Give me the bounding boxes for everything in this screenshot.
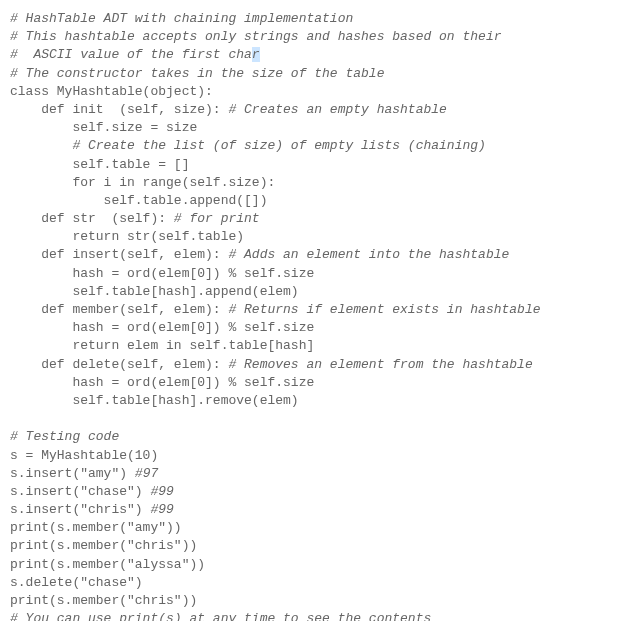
comment-text: #99 bbox=[150, 502, 173, 517]
code-line: def str (self): # for print bbox=[10, 210, 627, 228]
code-line: # You can use print(s) at any time to se… bbox=[10, 610, 627, 621]
comment-text: # Testing code bbox=[10, 429, 119, 444]
code-text: print(s.member("chris")) bbox=[10, 593, 197, 608]
code-line: # ASCII value of the first char bbox=[10, 46, 627, 64]
code-line: self.table = [] bbox=[10, 156, 627, 174]
code-text: s.insert("amy") bbox=[10, 466, 135, 481]
code-line: print(s.member("chris")) bbox=[10, 592, 627, 610]
comment-text: # Creates an empty hashtable bbox=[228, 102, 446, 117]
code-text: def insert(self, elem): bbox=[10, 247, 228, 262]
highlighted-char: r bbox=[252, 47, 260, 62]
comment-text: # Adds an element into the hashtable bbox=[228, 247, 509, 262]
code-line bbox=[10, 410, 627, 428]
code-line: print(s.member("alyssa")) bbox=[10, 556, 627, 574]
code-text: for i in range(self.size): bbox=[10, 175, 275, 190]
code-text: s.delete("chase") bbox=[10, 575, 143, 590]
code-text: def str (self): bbox=[10, 211, 174, 226]
code-line: for i in range(self.size): bbox=[10, 174, 627, 192]
code-text bbox=[10, 411, 18, 426]
code-line: self.table[hash].remove(elem) bbox=[10, 392, 627, 410]
code-line: def delete(self, elem): # Removes an ele… bbox=[10, 356, 627, 374]
code-line: s.insert("chris") #99 bbox=[10, 501, 627, 519]
code-line: self.table[hash].append(elem) bbox=[10, 283, 627, 301]
code-text: return str(self.table) bbox=[10, 229, 244, 244]
comment-text: # The constructor takes in the size of t… bbox=[10, 66, 384, 81]
code-line: s.insert("chase") #99 bbox=[10, 483, 627, 501]
code-text: print(s.member("alyssa")) bbox=[10, 557, 205, 572]
code-line: s.delete("chase") bbox=[10, 574, 627, 592]
code-line: class MyHashtable(object): bbox=[10, 83, 627, 101]
code-text: self.size = size bbox=[10, 120, 197, 135]
code-line: hash = ord(elem[0]) % self.size bbox=[10, 265, 627, 283]
code-text: s = MyHashtable(10) bbox=[10, 448, 158, 463]
code-text: def member(self, elem): bbox=[10, 302, 228, 317]
code-line: return str(self.table) bbox=[10, 228, 627, 246]
code-text: class MyHashtable(object): bbox=[10, 84, 213, 99]
code-text: def delete(self, elem): bbox=[10, 357, 228, 372]
code-text: hash = ord(elem[0]) % self.size bbox=[10, 375, 314, 390]
comment-text: # Removes an element from the hashtable bbox=[228, 357, 532, 372]
code-text: print(s.member("amy")) bbox=[10, 520, 182, 535]
comment-text: #99 bbox=[150, 484, 173, 499]
comment-text: # for print bbox=[174, 211, 260, 226]
code-text: self.table[hash].append(elem) bbox=[10, 284, 299, 299]
code-line: # Testing code bbox=[10, 428, 627, 446]
code-line: return elem in self.table[hash] bbox=[10, 337, 627, 355]
code-line: print(s.member("amy")) bbox=[10, 519, 627, 537]
code-text: self.table = [] bbox=[10, 157, 189, 172]
code-text: hash = ord(elem[0]) % self.size bbox=[10, 266, 314, 281]
code-line: # This hashtable accepts only strings an… bbox=[10, 28, 627, 46]
comment-text: # ASCII value of the first cha bbox=[10, 47, 252, 62]
comment-text: # You can use print(s) at any time to se… bbox=[10, 611, 431, 621]
comment-text: #97 bbox=[135, 466, 158, 481]
comment-text: # Returns if element exists in hashtable bbox=[228, 302, 540, 317]
code-line: def init (self, size): # Creates an empt… bbox=[10, 101, 627, 119]
code-block: # HashTable ADT with chaining implementa… bbox=[10, 10, 627, 621]
code-line: print(s.member("chris")) bbox=[10, 537, 627, 555]
code-text: print(s.member("chris")) bbox=[10, 538, 197, 553]
code-line: self.table.append([]) bbox=[10, 192, 627, 210]
comment-text: # This hashtable accepts only strings an… bbox=[10, 29, 501, 44]
code-line: # Create the list (of size) of empty lis… bbox=[10, 137, 627, 155]
code-text: self.table.append([]) bbox=[10, 193, 267, 208]
code-line: def member(self, elem): # Returns if ele… bbox=[10, 301, 627, 319]
code-line: hash = ord(elem[0]) % self.size bbox=[10, 374, 627, 392]
code-line: # The constructor takes in the size of t… bbox=[10, 65, 627, 83]
code-line: # HashTable ADT with chaining implementa… bbox=[10, 10, 627, 28]
code-text: s.insert("chase") bbox=[10, 484, 150, 499]
comment-text: # HashTable ADT with chaining implementa… bbox=[10, 11, 353, 26]
code-text: s.insert("chris") bbox=[10, 502, 150, 517]
code-line: s.insert("amy") #97 bbox=[10, 465, 627, 483]
comment-text: # Create the list (of size) of empty lis… bbox=[10, 138, 486, 153]
code-text: hash = ord(elem[0]) % self.size bbox=[10, 320, 314, 335]
code-line: s = MyHashtable(10) bbox=[10, 447, 627, 465]
code-text: def init (self, size): bbox=[10, 102, 228, 117]
code-line: self.size = size bbox=[10, 119, 627, 137]
code-text: return elem in self.table[hash] bbox=[10, 338, 314, 353]
code-line: hash = ord(elem[0]) % self.size bbox=[10, 319, 627, 337]
code-line: def insert(self, elem): # Adds an elemen… bbox=[10, 246, 627, 264]
code-text: self.table[hash].remove(elem) bbox=[10, 393, 299, 408]
